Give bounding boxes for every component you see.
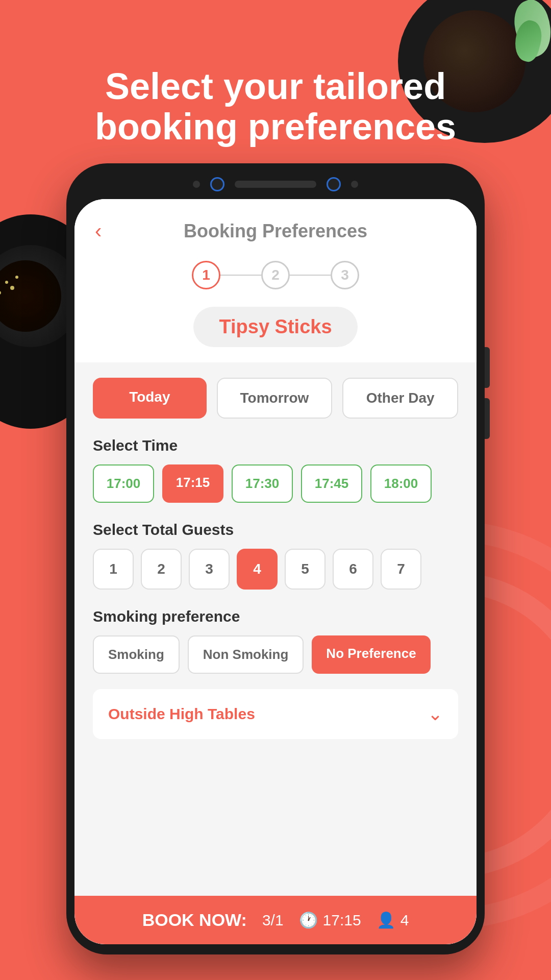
smoking-selector: Smoking Non Smoking No Preference — [93, 635, 458, 674]
time-1700-button[interactable]: 17:00 — [93, 464, 154, 503]
page-title: Select your tailored booking preferences — [0, 66, 551, 147]
time-1800-button[interactable]: 18:00 — [370, 464, 432, 503]
phone-screen: ‹ Booking Preferences 1 2 3 Tipsy Sticks… — [74, 199, 477, 944]
phone-camera-2 — [327, 177, 341, 191]
phone-frame: ‹ Booking Preferences 1 2 3 Tipsy Sticks… — [66, 163, 485, 954]
time-section-label: Select Time — [93, 437, 458, 454]
guests-section-label: Select Total Guests — [93, 521, 458, 538]
guest-5-button[interactable]: 5 — [285, 549, 325, 590]
book-now-time: 🕐 17:15 — [299, 911, 361, 929]
phone-speaker — [235, 181, 316, 188]
day-other-button[interactable]: Other Day — [342, 378, 458, 419]
restaurant-name: Tipsy Sticks — [193, 307, 357, 347]
time-1745-button[interactable]: 17:45 — [301, 464, 362, 503]
book-now-ref: 3/1 — [262, 912, 284, 929]
guest-6-button[interactable]: 6 — [333, 549, 373, 590]
non-smoking-button[interactable]: Non Smoking — [188, 635, 304, 674]
guest-selector: 1 2 3 4 5 6 7 — [93, 549, 458, 590]
time-selector: 17:00 17:15 17:30 17:45 18:00 — [93, 464, 458, 503]
clock-icon: 🕐 — [299, 911, 318, 929]
back-button[interactable]: ‹ — [95, 219, 120, 242]
book-now-label: BOOK NOW: — [142, 910, 247, 930]
screen-title: Booking Preferences — [120, 220, 431, 242]
booking-ref-value: 3/1 — [262, 912, 284, 929]
guest-7-button[interactable]: 7 — [381, 549, 421, 590]
step-1[interactable]: 1 — [192, 261, 220, 289]
step-line-2 — [290, 275, 331, 276]
smoking-button[interactable]: Smoking — [93, 635, 180, 674]
book-now-bar[interactable]: BOOK NOW: 3/1 🕐 17:15 👤 4 — [74, 896, 477, 944]
outside-section[interactable]: Outside High Tables ⌄ — [93, 689, 458, 739]
phone-notch — [74, 172, 477, 197]
screen-topbar: ‹ Booking Preferences — [74, 199, 477, 253]
phone-volume-button — [485, 347, 490, 388]
guest-2-button[interactable]: 2 — [141, 549, 182, 590]
booking-time-value: 17:15 — [323, 912, 361, 929]
phone-power-button — [485, 398, 490, 439]
guest-4-button[interactable]: 4 — [237, 549, 278, 590]
smoking-section-label: Smoking preference — [93, 608, 458, 625]
book-now-guests: 👤 4 — [377, 911, 409, 929]
phone-camera — [210, 177, 224, 191]
restaurant-badge: Tipsy Sticks — [74, 302, 477, 362]
screen-body: Today Tomorrow Other Day Select Time 17:… — [74, 362, 477, 896]
screen-content: ‹ Booking Preferences 1 2 3 Tipsy Sticks… — [74, 199, 477, 944]
day-tomorrow-button[interactable]: Tomorrow — [217, 378, 333, 419]
day-selector: Today Tomorrow Other Day — [93, 378, 458, 419]
time-1730-button[interactable]: 17:30 — [232, 464, 293, 503]
booking-guests-value: 4 — [400, 912, 409, 929]
guest-3-button[interactable]: 3 — [189, 549, 230, 590]
no-preference-button[interactable]: No Preference — [312, 635, 430, 674]
chevron-down-icon: ⌄ — [428, 703, 443, 725]
guest-1-button[interactable]: 1 — [93, 549, 134, 590]
day-today-button[interactable]: Today — [93, 378, 207, 419]
step-3[interactable]: 3 — [331, 261, 359, 289]
phone-sensor-2 — [351, 181, 358, 188]
step-line-1 — [220, 275, 261, 276]
guests-icon: 👤 — [377, 911, 395, 929]
phone-sensor — [193, 181, 200, 188]
steps-indicator: 1 2 3 — [74, 253, 477, 302]
step-2[interactable]: 2 — [261, 261, 290, 289]
time-1715-button[interactable]: 17:15 — [162, 464, 223, 503]
outside-section-title: Outside High Tables — [108, 705, 255, 723]
